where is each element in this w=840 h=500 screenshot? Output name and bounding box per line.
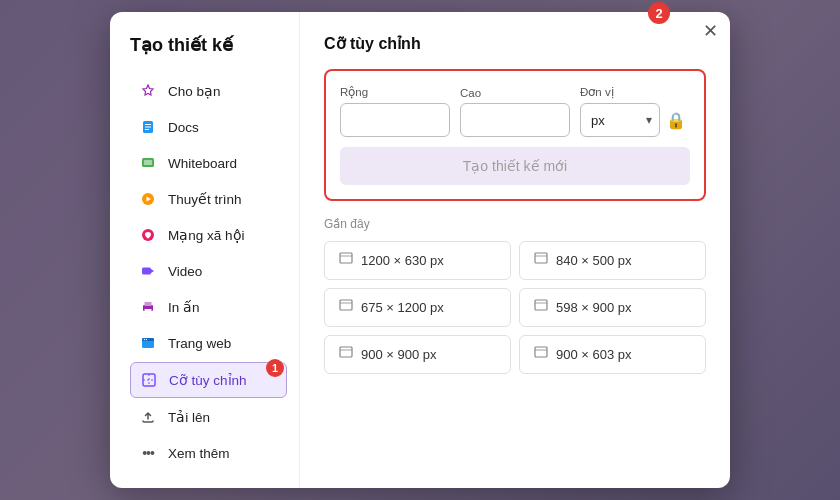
create-button[interactable]: Tạo thiết kế mới (340, 147, 690, 185)
svg-rect-31 (535, 347, 547, 357)
recent-item-icon-5 (534, 346, 548, 363)
sidebar: Tạo thiết kế Cho bạnDocsWhiteboardThuyết… (110, 12, 300, 488)
sidebar-item-co-tuy-chinh[interactable]: Cỡ tùy chỉnh1 (130, 362, 287, 398)
modal-dialog: ✕ Tạo thiết kế Cho bạnDocsWhiteboardThuy… (110, 12, 730, 488)
xem-them-icon: ••• (138, 443, 158, 463)
width-group: Rộng (340, 85, 450, 137)
sidebar-item-in-an[interactable]: In ấn (130, 290, 287, 324)
recent-item-label-1: 840 × 500 px (556, 253, 632, 268)
svg-marker-10 (151, 269, 154, 273)
svg-rect-23 (535, 253, 547, 263)
sidebar-item-thuyet-trinh[interactable]: Thuyết trình (130, 182, 287, 216)
svg-rect-21 (340, 253, 352, 263)
recent-label: Gần đây (324, 217, 706, 231)
recent-item-label-5: 900 × 603 px (556, 347, 632, 362)
sidebar-item-tai-len[interactable]: Tải lên (130, 400, 287, 434)
recent-item-1[interactable]: 840 × 500 px (519, 241, 706, 280)
unit-select-container: px cm mm in (580, 103, 660, 137)
recent-item-0[interactable]: 1200 × 630 px (324, 241, 511, 280)
sidebar-items-container: Cho bạnDocsWhiteboardThuyết trìnhMạng xã… (130, 74, 287, 470)
size-inputs-row: Rộng Cao Đơn vị px cm (340, 85, 690, 137)
whiteboard-label: Whiteboard (168, 156, 237, 171)
svg-rect-5 (144, 160, 152, 165)
unit-select[interactable]: px cm mm in (580, 103, 660, 137)
recent-grid: 1200 × 630 px840 × 500 px675 × 1200 px59… (324, 241, 706, 374)
svg-rect-13 (145, 309, 152, 312)
docs-icon (138, 117, 158, 137)
recent-item-icon-1 (534, 252, 548, 269)
sidebar-item-video[interactable]: Video (130, 254, 287, 288)
recent-item-3[interactable]: 598 × 900 px (519, 288, 706, 327)
svg-rect-12 (145, 302, 152, 306)
thuyet-trinh-icon (138, 189, 158, 209)
svg-rect-2 (145, 127, 151, 128)
mxh-label: Mạng xã hội (168, 227, 245, 243)
svg-rect-1 (145, 124, 151, 125)
svg-point-16 (144, 339, 145, 340)
width-label: Rộng (340, 85, 450, 99)
content-title: Cỡ tùy chỉnh (324, 34, 706, 53)
sidebar-item-mxh[interactable]: Mạng xã hội (130, 218, 287, 252)
cho-ban-label: Cho bạn (168, 83, 221, 99)
trang-web-icon (138, 333, 158, 353)
height-input[interactable] (460, 103, 570, 137)
cho-ban-icon (138, 81, 158, 101)
thuyet-trinh-label: Thuyết trình (168, 191, 242, 207)
recent-item-label-4: 900 × 900 px (361, 347, 437, 362)
svg-rect-25 (340, 300, 352, 310)
recent-item-5[interactable]: 900 × 603 px (519, 335, 706, 374)
svg-rect-27 (535, 300, 547, 310)
sidebar-item-xem-them[interactable]: •••Xem thêm (130, 436, 287, 470)
tai-len-label: Tải lên (168, 409, 210, 425)
sidebar-title: Tạo thiết kế (130, 34, 287, 56)
content-header: Cỡ tùy chỉnh 2 (324, 34, 706, 53)
badge-1: 1 (266, 359, 284, 377)
sidebar-item-whiteboard[interactable]: Whiteboard (130, 146, 287, 180)
in-an-icon (138, 297, 158, 317)
unit-group: Đơn vị px cm mm in 🔒 (580, 85, 690, 137)
svg-rect-9 (142, 268, 151, 275)
sidebar-item-docs[interactable]: Docs (130, 110, 287, 144)
unit-select-wrapper: px cm mm in 🔒 (580, 103, 690, 137)
svg-rect-3 (145, 129, 149, 130)
badge-2: 2 (648, 2, 670, 24)
close-button[interactable]: ✕ (703, 22, 718, 40)
recent-item-4[interactable]: 900 × 900 px (324, 335, 511, 374)
recent-item-2[interactable]: 675 × 1200 px (324, 288, 511, 327)
recent-item-icon-3 (534, 299, 548, 316)
content-area: Cỡ tùy chỉnh 2 Rộng Cao Đơn vị (300, 12, 730, 488)
whiteboard-icon (138, 153, 158, 173)
lock-icon[interactable]: 🔒 (666, 111, 686, 130)
in-an-label: In ấn (168, 299, 200, 315)
trang-web-label: Trang web (168, 336, 231, 351)
co-tuy-chinh-label: Cỡ tùy chỉnh (169, 372, 247, 388)
height-label: Cao (460, 87, 570, 99)
docs-label: Docs (168, 120, 199, 135)
co-tuy-chinh-icon (139, 370, 159, 390)
height-group: Cao (460, 87, 570, 137)
mxh-icon (138, 225, 158, 245)
recent-item-label-0: 1200 × 630 px (361, 253, 444, 268)
recent-item-label-2: 675 × 1200 px (361, 300, 444, 315)
recent-item-icon-0 (339, 252, 353, 269)
width-input[interactable] (340, 103, 450, 137)
recent-item-label-3: 598 × 900 px (556, 300, 632, 315)
recent-item-icon-4 (339, 346, 353, 363)
xem-them-label: Xem thêm (168, 446, 230, 461)
video-label: Video (168, 264, 202, 279)
sidebar-item-trang-web[interactable]: Trang web (130, 326, 287, 360)
sidebar-item-cho-ban[interactable]: Cho bạn (130, 74, 287, 108)
svg-rect-29 (340, 347, 352, 357)
tai-len-icon (138, 407, 158, 427)
unit-label: Đơn vị (580, 85, 690, 99)
svg-point-17 (146, 339, 147, 340)
custom-size-box: Rộng Cao Đơn vị px cm (324, 69, 706, 201)
video-icon (138, 261, 158, 281)
recent-item-icon-2 (339, 299, 353, 316)
